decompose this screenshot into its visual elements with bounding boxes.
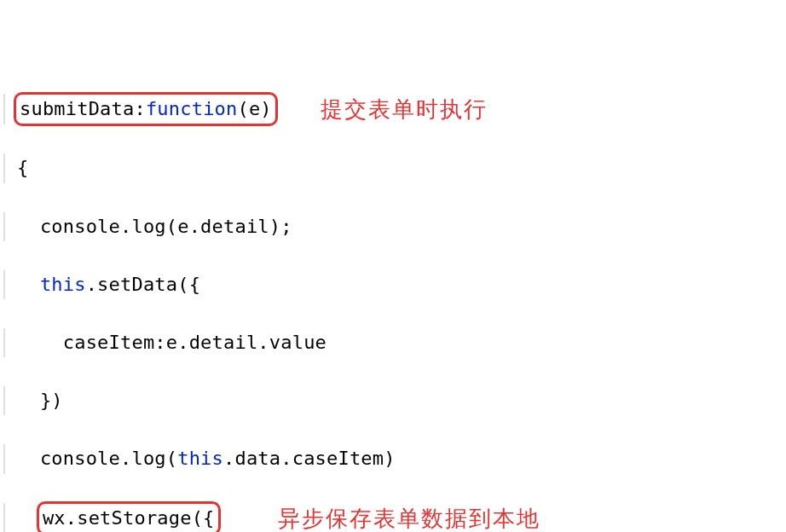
code: .setData({ <box>86 274 200 295</box>
code-line-2: { <box>3 153 783 182</box>
params: (e) <box>237 98 271 119</box>
code: .data.caseItem) <box>223 448 396 469</box>
code-line-4: this.setData({ <box>3 270 783 299</box>
highlight-box-2: wx.setStorage({ <box>37 501 221 532</box>
code-line-1: submitData:function(e)提交表单时执行 <box>3 94 783 124</box>
highlight-box-1: submitData:function(e) <box>14 92 278 126</box>
brace: { <box>17 157 28 178</box>
annotation-2: 异步保存表单数据到本地 <box>278 501 540 532</box>
colon: : <box>134 98 145 119</box>
annotation-1: 提交表单时执行 <box>321 92 488 126</box>
indent <box>17 274 40 295</box>
code-line-8: wx.setStorage({异步保存表单数据到本地 <box>3 503 783 532</box>
code-line-5: caseItem:e.detail.value <box>3 328 783 357</box>
keyword-this: this <box>177 448 223 469</box>
code: caseItem:e.detail.value <box>17 332 327 353</box>
code-line-6: }) <box>3 386 783 415</box>
code: wx.setStorage({ <box>43 507 215 529</box>
code: }) <box>17 390 63 411</box>
code-line-3: console.log(e.detail); <box>3 212 783 241</box>
keyword-this: this <box>40 274 86 295</box>
code: console.log(e.detail); <box>17 216 292 237</box>
identifier: submitData <box>20 98 134 119</box>
keyword-function: function <box>146 98 238 119</box>
code-line-7: console.log(this.data.caseItem) <box>3 444 783 473</box>
code: console.log( <box>17 448 177 469</box>
